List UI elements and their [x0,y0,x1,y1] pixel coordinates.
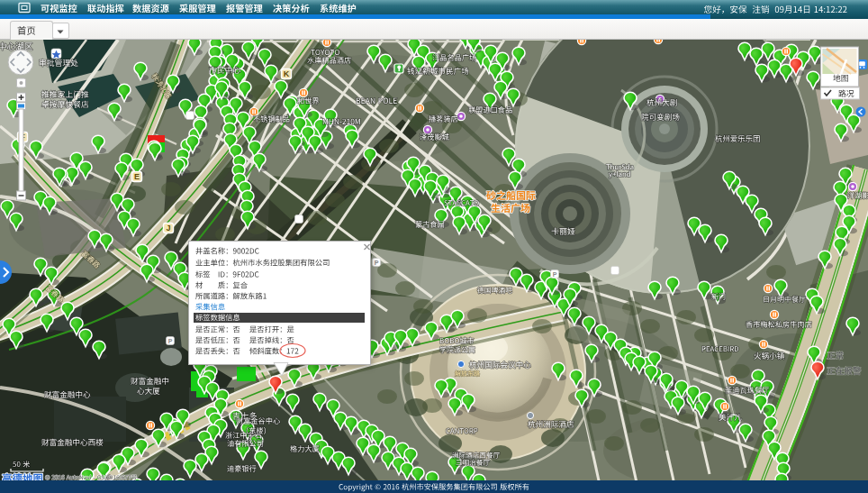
svg-text:P: P [375,260,379,266]
svg-text:J: J [166,224,170,233]
svg-text:P: P [168,338,173,344]
svg-text:P: P [553,271,557,278]
svg-text:E: E [134,172,140,181]
svg-text:K: K [284,69,290,78]
